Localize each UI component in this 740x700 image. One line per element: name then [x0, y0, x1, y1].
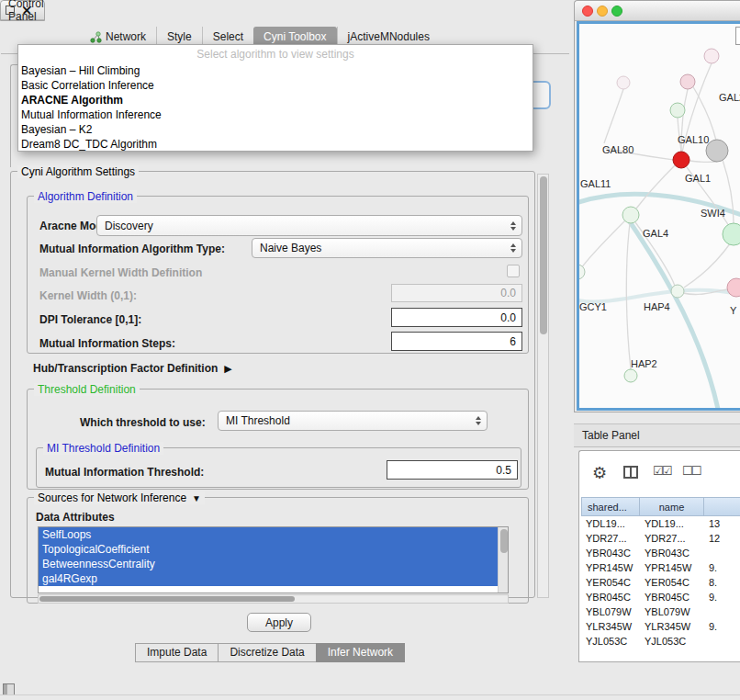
mi-algo-type-select[interactable]: Naive Bayes [252, 238, 522, 258]
close-icon[interactable]: ✕ [22, 4, 32, 17]
network-node[interactable] [680, 74, 695, 89]
network-node[interactable] [617, 76, 630, 89]
list-horizontal-scrollbar[interactable] [38, 594, 509, 604]
network-canvas[interactable]: GAL80 GAL10 GAL11 GAL1 SWI4 GAL4 GCY1 HA… [577, 21, 740, 411]
column-header-label: shared... [588, 502, 627, 513]
stepper-icon [507, 221, 521, 231]
mi-algo-type-label: Mutual Information Algorithm Type: [39, 243, 225, 255]
node-label: GAL11 [580, 178, 611, 189]
sources-group-title-row[interactable]: Sources for Network Inference ▼ [34, 491, 205, 504]
tab-discretize-data[interactable]: Discretize Data [218, 643, 316, 662]
aracne-mode-value: Discovery [105, 220, 153, 232]
dropdown-item[interactable]: Dream8 DC_TDC Algorithm [18, 137, 533, 152]
mi-steps-field[interactable] [391, 332, 522, 351]
birdseye-fragment[interactable] [735, 27, 740, 45]
cell: YPR145W [581, 560, 640, 575]
cell: YBL079W [640, 604, 704, 619]
network-edge [629, 220, 719, 408]
network-node[interactable] [624, 369, 637, 382]
node-label: GAL2 [719, 92, 740, 103]
attribute-item[interactable]: TopologicalCoefficient [39, 542, 498, 557]
algorithm-definition-title: Algorithm Definition [34, 190, 137, 203]
cell: YBR045C [581, 590, 640, 604]
node-label: HAP4 [644, 301, 670, 312]
column-header-name[interactable]: name [640, 497, 704, 516]
stepper-icon [472, 416, 487, 425]
dropdown-item[interactable]: Basic Correlation Inference [18, 78, 533, 93]
dpi-tolerance-field[interactable] [391, 308, 522, 327]
cell: YBR043C [581, 546, 640, 560]
attribute-item[interactable]: SelfLoops [39, 527, 498, 542]
settings-scrollbar[interactable] [537, 174, 549, 598]
network-node-gray[interactable] [706, 140, 728, 162]
node-label: SWI4 [701, 208, 725, 219]
settings-gear-icon[interactable]: ⚙ [592, 463, 607, 483]
column-chooser-icon[interactable] [623, 466, 638, 479]
list-horizontal-scrollbar-thumb[interactable] [39, 596, 295, 602]
deselect-all-checkboxes-icon[interactable]: ☐☐ [682, 464, 700, 478]
mi-algo-type-value: Naive Bayes [260, 242, 321, 254]
which-threshold-value: MI Threshold [226, 414, 290, 427]
manual-kernel-checkbox[interactable] [507, 265, 520, 277]
tab-impute-data[interactable]: Impute Data [135, 643, 219, 662]
zoom-traffic-light[interactable] [611, 6, 622, 17]
network-view-window: GAL80 GAL10 GAL11 GAL1 SWI4 GAL4 GCY1 HA… [574, 0, 740, 412]
network-node[interactable] [579, 265, 585, 279]
select-all-checkboxes-icon[interactable]: ☑☑ [653, 464, 670, 478]
close-traffic-light[interactable] [582, 6, 593, 17]
network-node[interactable] [704, 49, 719, 63]
hub-definition-label: Hub/Transcription Factor Definition [33, 362, 218, 375]
tab-infer-network[interactable]: Infer Network [316, 643, 405, 662]
cyni-bottom-tabs: Impute Data Discretize Data Infer Networ… [136, 643, 405, 662]
data-attributes-label: Data Attributes [36, 511, 115, 524]
network-node[interactable] [670, 103, 685, 118]
hub-definition-row[interactable]: Hub/Transcription Factor Definition ▶ [33, 362, 232, 375]
list-vertical-scrollbar[interactable] [498, 527, 508, 593]
network-node[interactable] [622, 207, 639, 223]
mi-threshold-field[interactable] [387, 460, 518, 480]
data-attributes-list: SelfLoops TopologicalCoefficient Between… [38, 526, 509, 593]
list-vertical-scrollbar-thumb[interactable] [500, 529, 508, 553]
cell: 9. [704, 619, 740, 634]
column-header-cut[interactable] [704, 497, 740, 516]
dropdown-placeholder: Select algorithm to view settings [18, 45, 533, 63]
dropdown-item[interactable]: Bayesian – Hill Climbing [18, 63, 533, 78]
tab-discretize-data-label: Discretize Data [230, 646, 304, 659]
cell: YJL053C [581, 634, 640, 649]
minimize-traffic-light[interactable] [597, 6, 608, 17]
dpi-tolerance-label: DPI Tolerance [0,1]: [39, 313, 141, 326]
tab-cyni-toolbox-label: Cyni Toolbox [263, 30, 326, 43]
algorithm-dropdown-popup: Select algorithm to view settings Bayesi… [17, 44, 533, 152]
expand-right-icon: ▶ [224, 363, 231, 375]
cell: YDL19... [640, 516, 704, 531]
dropdown-item[interactable]: Bayesian – K2 [18, 122, 533, 137]
column-header-shared-name[interactable]: shared... [581, 497, 640, 516]
settings-scrollbar-thumb[interactable] [540, 176, 547, 334]
which-threshold-select[interactable]: MI Threshold [218, 411, 488, 431]
float-window-icon[interactable] [6, 6, 15, 15]
network-node[interactable] [723, 223, 740, 245]
mi-threshold-label: Mutual Information Threshold: [45, 466, 204, 479]
cell: YPR145W [640, 560, 704, 575]
network-node-red[interactable] [673, 152, 690, 168]
tab-infer-network-label: Infer Network [328, 646, 393, 659]
mi-threshold-group-title: MI Threshold Definition [43, 442, 163, 455]
network-node[interactable] [671, 285, 684, 298]
kernel-width-field[interactable] [391, 284, 522, 302]
table-panel-bar: Table Panel [574, 423, 740, 447]
dropdown-item[interactable]: Mutual Information Inference [18, 107, 533, 122]
tab-jactivemodules-label: jActiveMNodules [348, 30, 430, 43]
stepper-icon [507, 243, 521, 253]
cell: YLR345W [640, 619, 704, 634]
dropdown-item-selected[interactable]: ARACNE Algorithm [18, 93, 533, 107]
cell [704, 634, 740, 649]
node-label: GAL1 [685, 173, 711, 184]
apply-button[interactable]: Apply [247, 613, 311, 632]
attribute-item[interactable]: BetweennessCentrality [39, 557, 498, 571]
aracne-mode-select[interactable]: Discovery [96, 215, 522, 236]
manual-kernel-label: Manual Kernel Width Definition [39, 266, 202, 279]
cyni-settings-group-title: Cyni Algorithm Settings [17, 165, 139, 178]
attribute-item[interactable]: gal4RGexp [39, 571, 498, 586]
table-panel-window: ⚙ ☑☑ ☐☐ shared... name YDL19... YDL19...… [578, 450, 740, 662]
cell: YJL053C [640, 634, 704, 649]
